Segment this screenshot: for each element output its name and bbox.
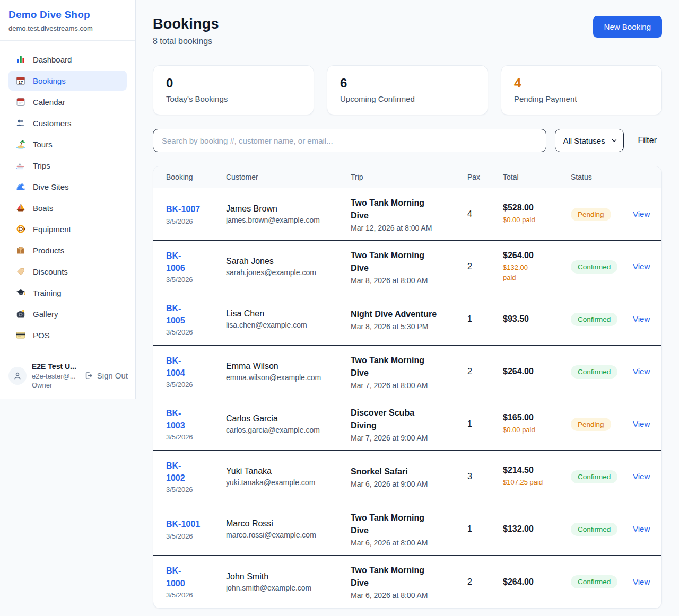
booking-id-link[interactable]: BK- 1006 (166, 250, 221, 274)
sidebar-item-dashboard[interactable]: Dashboard (8, 49, 127, 69)
sidebar-item-gallery[interactable]: Gallery (8, 304, 127, 324)
view-link[interactable]: View (633, 419, 650, 428)
trip-time: Mar 6, 2026 at 8:00 AM (351, 539, 462, 547)
total-amount: $214.50 (503, 465, 565, 475)
sidebar-item-equipment[interactable]: Equipment (8, 219, 127, 239)
stat-label: Pending Payment (514, 94, 649, 103)
table-body: BK-1007 3/5/2026 James Brown james.brown… (153, 188, 661, 608)
booking-date: 3/5/2026 (166, 486, 221, 494)
view-link[interactable]: View (633, 577, 650, 586)
view-link[interactable]: View (633, 209, 650, 218)
booking-date: 3/5/2026 (166, 328, 221, 336)
sidebar-item-trips[interactable]: Trips (8, 155, 127, 175)
view-link[interactable]: View (633, 472, 650, 481)
pax-count: 2 (467, 262, 503, 271)
stat-value: 4 (514, 76, 649, 91)
stat-label: Upcoming Confirmed (340, 94, 475, 103)
customer-name: Sarah Jones (226, 257, 345, 266)
paid-amount: $0.00 paid (503, 215, 565, 225)
sidebar-item-customers[interactable]: Customers (8, 113, 127, 133)
table-row: BK- 1003 3/5/2026 Carlos Garcia carlos.g… (153, 398, 661, 451)
package-icon (15, 245, 26, 256)
user-box: E2E Test U... e2e-tester@... Owner Sign … (0, 354, 135, 399)
booking-id-link[interactable]: BK- 1005 (166, 302, 221, 327)
trip-name: Night Dive Adventure (351, 308, 462, 321)
customer-email: emma.wilson@example.com (226, 373, 345, 382)
customer-name: John Smith (226, 572, 345, 582)
trip-time: Mar 6, 2026 at 9:00 AM (351, 480, 462, 488)
trip-name: Snorkel Safari (351, 465, 462, 478)
trip-name: Discover Scuba Diving (351, 407, 462, 432)
paid-amount: $107.25 paid (503, 477, 565, 488)
status-badge: Confirmed (571, 523, 617, 536)
pax-count: 4 (467, 209, 503, 219)
table-row: BK- 1005 3/5/2026 Lisa Chen lisa.chen@ex… (153, 293, 661, 346)
svg-text:17: 17 (19, 80, 23, 85)
status-badge: Confirmed (571, 575, 617, 588)
view-link[interactable]: View (633, 262, 650, 271)
page-subtitle: 8 total bookings (153, 37, 219, 46)
sign-out-button[interactable]: Sign Out (84, 371, 128, 380)
sign-out-label: Sign Out (97, 371, 128, 380)
tag-icon (15, 266, 26, 277)
booking-date: 3/5/2026 (166, 276, 221, 284)
sidebar-nav: Dashboard 17 Bookings Calendar Customers… (0, 41, 135, 354)
total-amount: $165.00 (503, 413, 565, 423)
stat-card-today-s-bookings: 0Today's Bookings (153, 65, 314, 115)
booking-id-link[interactable]: BK- 1002 (166, 460, 221, 484)
status-badge: Pending (571, 208, 611, 221)
brand-title[interactable]: Demo Dive Shop (8, 9, 127, 21)
new-booking-button[interactable]: New Booking (593, 16, 662, 38)
sidebar-item-discounts[interactable]: Discounts (8, 261, 127, 281)
booking-id-link[interactable]: BK- 1004 (166, 355, 221, 379)
view-link[interactable]: View (633, 314, 650, 323)
customer-email: sarah.jones@example.com (226, 268, 345, 277)
view-link[interactable]: View (633, 524, 650, 533)
sidebar-item-tours[interactable]: Tours (8, 134, 127, 154)
status-select-wrap: All Statuses (555, 129, 624, 152)
booking-id-link[interactable]: BK-1007 (166, 203, 221, 215)
filter-button[interactable]: Filter (632, 136, 662, 145)
sidebar-item-training[interactable]: Training (8, 283, 127, 303)
column-header-customer: Customer (226, 173, 351, 181)
booking-id-link[interactable]: BK- 1000 (166, 565, 221, 589)
search-input[interactable] (153, 129, 546, 152)
customer-name: Lisa Chen (226, 309, 345, 319)
trip-time: Mar 8, 2026 at 8:00 AM (351, 276, 462, 285)
sidebar-item-dive-sites[interactable]: Dive Sites (8, 177, 127, 197)
avatar (8, 367, 27, 385)
sidebar-item-calendar[interactable]: Calendar (8, 92, 127, 112)
booking-id-link[interactable]: BK- 1003 (166, 407, 221, 432)
total-amount: $93.50 (503, 314, 565, 324)
column-header-total: Total (503, 173, 571, 181)
view-link[interactable]: View (633, 367, 650, 376)
bookings-table: BookingCustomerTripPaxTotalStatus BK-100… (153, 166, 662, 609)
booking-id-link[interactable]: BK-1001 (166, 518, 221, 530)
brand: Demo Dive Shop demo.test.divestreams.com (0, 0, 135, 41)
table-row: BK-1001 3/5/2026 Marco Rossi marco.rossi… (153, 503, 661, 556)
sidebar-item-bookings[interactable]: 17 Bookings (8, 71, 127, 91)
table-row: BK- 1002 3/5/2026 Yuki Tanaka yuki.tanak… (153, 451, 661, 503)
status-badge: Confirmed (571, 313, 617, 326)
status-badge: Confirmed (571, 365, 617, 379)
table-row: BK- 1000 3/5/2026 John Smith john.smith@… (153, 556, 661, 608)
pax-count: 3 (467, 472, 503, 481)
booking-date: 3/5/2026 (166, 217, 221, 225)
customer-name: Yuki Tanaka (226, 467, 345, 476)
main-content: Bookings 8 total bookings New Booking 0T… (136, 0, 679, 616)
pax-count: 2 (467, 367, 503, 376)
trip-name: Two Tank Morning Dive (351, 249, 462, 275)
sidebar-item-pos[interactable]: POS (8, 325, 127, 345)
wave-icon (15, 181, 26, 192)
column-header-trip: Trip (351, 173, 467, 181)
tear-calendar-icon (15, 96, 26, 107)
customer-email: carlos.garcia@example.com (226, 426, 345, 434)
table-row: BK- 1006 3/5/2026 Sarah Jones sarah.jone… (153, 241, 661, 293)
sidebar-item-products[interactable]: Products (8, 240, 127, 260)
person-icon (13, 371, 22, 381)
customer-email: james.brown@example.com (226, 216, 345, 224)
customer-email: yuki.tanaka@example.com (226, 478, 345, 487)
sidebar-item-boats[interactable]: Boats (8, 198, 127, 218)
status-select[interactable]: All Statuses (555, 129, 624, 152)
booking-date: 3/5/2026 (166, 532, 221, 540)
